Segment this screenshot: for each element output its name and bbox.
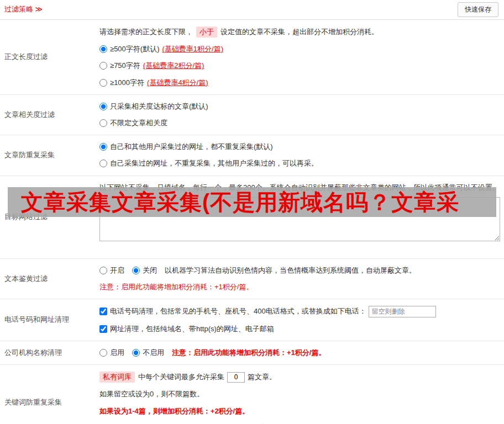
checkbox-url-clean[interactable]	[99, 325, 107, 333]
row-relevance-filter: 文章相关度过滤 只采集相关度达标的文章(默认) 不限定文章相关度	[0, 95, 504, 135]
radio-dedup-global[interactable]	[99, 143, 107, 151]
radio-option-porn-on[interactable]: 开启	[99, 266, 124, 275]
row-content: 请选择需求的正文长度下限， 小于 设定值的文章不采集，超出部分不增加积分消耗。 …	[95, 20, 504, 94]
row-dedup-filter: 文章防重复采集 自己和其他用户采集过的网址，都不重复采集(默认) 自己采集过的网…	[0, 135, 504, 176]
radio-relevance-any[interactable]	[99, 119, 107, 127]
checkbox-phone-clean[interactable]	[99, 308, 107, 315]
phone-clean-line: 电话号码清理，包括常见的手机号、座机号、400电话格式，或替换成如下电话：	[99, 306, 500, 317]
radio-label: ≥750字符	[110, 61, 140, 71]
quick-save-button[interactable]: 快速保存	[458, 2, 498, 17]
radio-option-relevance-strict[interactable]: 只采集相关度达标的文章(默认)	[99, 102, 500, 112]
keyword-limit-suffix: 篇文章。	[248, 372, 276, 382]
row-label: 文章防重复采集	[0, 135, 95, 175]
row-label: 文章相关度过滤	[0, 95, 95, 135]
radio-label: 自己和其他用户采集过的网址，都不重复采集(默认)	[110, 142, 273, 152]
radio-fee-note: (基础费率4积分/篇)	[147, 78, 208, 88]
radio-fee-note: (基础费率2积分/篇)	[143, 61, 204, 71]
radio-option-porn-off[interactable]: 关闭	[132, 266, 157, 275]
radio-company-off[interactable]	[132, 349, 140, 357]
porn-filter-description: 以机器学习算法自动识别色情内容，当色情概率达到系统阈值，自动屏蔽文章。	[165, 266, 416, 275]
row-content: 启用 不启用 注意：启用此功能将增加积分消耗：+1积分/篇。	[95, 341, 504, 364]
filter-settings-page: 过滤策略 ≫ 快速保存 正文长度过滤 请选择需求的正文长度下限， 小于 设定值的…	[0, 0, 504, 424]
row-phone-url-clean: 电话号码和网址清理 电话号码清理，包括常见的手机号、座机号、400电话格式，或替…	[0, 299, 504, 341]
url-clean-line: 网址清理，包括纯域名、带http(s)的网址、电子邮箱	[99, 324, 500, 334]
intro-text-before: 请选择需求的正文长度下限，	[99, 27, 193, 37]
radio-option-company-off[interactable]: 不启用	[132, 348, 164, 358]
phone-replacement-input[interactable]	[369, 306, 436, 317]
porn-filter-options: 开启 关闭 以机器学习算法自动识别色情内容，当色情概率达到系统阈值，自动屏蔽文章…	[99, 266, 500, 275]
row-label: 电话号码和网址清理	[0, 299, 95, 341]
checkbox-label: 电话号码清理，包括常见的手机号、座机号、400电话格式，或替换成如下电话：	[110, 306, 366, 316]
radio-length-750[interactable]	[99, 62, 107, 70]
row-porn-filter: 文本鉴黄过滤 开启 关闭 以机器学习算法自动识别色情内容，当色情概率达到系统阈值…	[0, 259, 504, 299]
row-company-clean: 公司机构名称清理 启用 不启用 注意：启用此功能将增加积分消耗：+1积分/篇。	[0, 341, 504, 365]
radio-porn-off[interactable]	[132, 267, 140, 274]
radio-label: 关闭	[143, 266, 157, 275]
checkbox-option-phone-clean[interactable]: 电话号码清理，包括常见的手机号、座机号、400电话格式，或替换成如下电话：	[99, 306, 366, 316]
keyword-limit-input[interactable]	[227, 372, 245, 383]
watermark-text: 文章采集文章采集(不是用新域名吗？文章采	[8, 187, 459, 217]
length-filter-intro: 请选择需求的正文长度下限， 小于 设定值的文章不采集，超出部分不增加积分消耗。	[99, 26, 500, 38]
row-label: 关键词防重复采集	[0, 365, 95, 424]
keyword-limit-text: 中每个关键词最多允许采集	[138, 372, 224, 382]
radio-length-500[interactable]	[99, 45, 107, 53]
row-keyword-dedup: 关键词防重复采集 私有词库 中每个关键词最多允许采集 篇文章。 如果留空或设为0…	[0, 365, 504, 424]
checkbox-label: 网址清理，包括纯域名、带http(s)的网址、电子邮箱	[110, 324, 274, 334]
radio-dedup-self[interactable]	[99, 160, 107, 167]
keyword-note-1-4: 如果设为1-4篇，则增加积分消耗：+2积分/篇。	[99, 406, 500, 416]
row-content: 自己和其他用户采集过的网址，都不重复采集(默认) 自己采集过的网址，不重复采集，…	[95, 135, 504, 175]
row-content: 只采集相关度达标的文章(默认) 不限定文章相关度	[95, 95, 504, 135]
radio-label: 开启	[110, 266, 124, 275]
radio-label: ≥500字符(默认)	[110, 44, 159, 54]
radio-option-length-500[interactable]: ≥500字符(默认) (基础费率1积分/篇)	[99, 44, 500, 54]
header-bar: 过滤策略 ≫ 快速保存	[0, 0, 504, 20]
watermark-overlay: 文章采集文章采集(不是用新域名吗？文章采	[8, 187, 496, 217]
radio-porn-on[interactable]	[99, 267, 107, 274]
row-label: 正文长度过滤	[0, 20, 95, 94]
radio-label: 不限定文章相关度	[110, 118, 167, 128]
radio-label: 自己采集过的网址，不重复采集，其他用户采集过的，可以再采。	[110, 158, 318, 168]
radio-label: 不启用	[143, 348, 164, 358]
row-length-filter: 正文长度过滤 请选择需求的正文长度下限， 小于 设定值的文章不采集，超出部分不增…	[0, 20, 504, 95]
radio-option-dedup-global[interactable]: 自己和其他用户采集过的网址，都不重复采集(默认)	[99, 142, 500, 152]
radio-label: 启用	[110, 348, 124, 358]
radio-relevance-strict[interactable]	[99, 103, 107, 110]
row-label: 公司机构名称清理	[0, 341, 95, 364]
radio-label: 只采集相关度达标的文章(默认)	[110, 102, 208, 112]
row-content: 开启 关闭 以机器学习算法自动识别色情内容，当色情概率达到系统阈值，自动屏蔽文章…	[95, 259, 504, 299]
company-clean-note: 注意：启用此功能将增加积分消耗：+1积分/篇。	[172, 348, 326, 358]
radio-fee-note: (基础费率1积分/篇)	[162, 44, 223, 54]
private-lexicon-badge: 私有词库	[99, 372, 135, 383]
radio-option-dedup-self[interactable]: 自己采集过的网址，不重复采集，其他用户采集过的，可以再采。	[99, 158, 500, 168]
radio-company-on[interactable]	[99, 349, 107, 357]
checkbox-option-url-clean[interactable]: 网址清理，包括纯域名、带http(s)的网址、电子邮箱	[99, 324, 274, 334]
radio-option-relevance-any[interactable]: 不限定文章相关度	[99, 118, 500, 128]
row-label: 文本鉴黄过滤	[0, 259, 95, 299]
porn-filter-note: 注意：启用此功能将增加积分消耗：+1积分/篇。	[99, 282, 500, 292]
radio-option-length-750[interactable]: ≥750字符 (基础费率2积分/篇)	[99, 61, 500, 71]
radio-label: ≥1000字符	[110, 78, 144, 88]
keyword-limit-line: 私有词库 中每个关键词最多允许采集 篇文章。	[99, 372, 500, 383]
row-content: 电话号码清理，包括常见的手机号、座机号、400电话格式，或替换成如下电话： 网址…	[95, 299, 504, 341]
page-title: 过滤策略 ≫	[4, 4, 43, 14]
keyword-note-zero: 如果留空或设为0，则不限篇数。	[99, 389, 500, 399]
radio-option-company-on[interactable]: 启用	[99, 348, 124, 358]
intro-text-after: 设定值的文章不采集，超出部分不增加积分消耗。	[221, 27, 379, 37]
radio-option-length-1000[interactable]: ≥1000字符 (基础费率4积分/篇)	[99, 78, 500, 88]
company-clean-options: 启用 不启用 注意：启用此功能将增加积分消耗：+1积分/篇。	[99, 348, 500, 358]
row-content: 私有词库 中每个关键词最多允许采集 篇文章。 如果留空或设为0，则不限篇数。 如…	[95, 365, 504, 424]
radio-length-1000[interactable]	[99, 79, 107, 87]
intro-highlight: 小于	[196, 26, 217, 38]
